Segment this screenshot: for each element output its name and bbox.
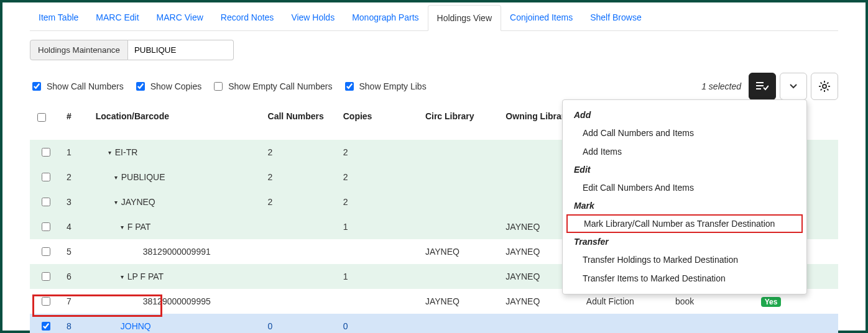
cell-copies: 2 bbox=[338, 140, 420, 165]
record-tabs: Item Table MARC Edit MARC View Record No… bbox=[30, 5, 838, 31]
cell-copies bbox=[338, 239, 420, 264]
cell-call-numbers: 2 bbox=[263, 140, 338, 165]
col-copies[interactable]: Copies bbox=[338, 106, 420, 140]
row-checkbox[interactable] bbox=[42, 198, 50, 206]
tab-item-table[interactable]: Item Table bbox=[30, 5, 87, 30]
action-add-call-numbers-items[interactable]: Add Call Numbers and Items bbox=[563, 124, 806, 142]
show-empty-libs-checkbox[interactable] bbox=[345, 82, 354, 91]
location-label: EI-TR bbox=[115, 147, 138, 157]
cell-call-numbers bbox=[263, 289, 338, 314]
settings-button[interactable] bbox=[811, 73, 838, 100]
chevron-down-icon bbox=[790, 84, 797, 89]
location-label[interactable]: JOHNQ bbox=[121, 321, 151, 331]
col-location[interactable]: Location/Barcode bbox=[91, 106, 263, 140]
tab-record-notes[interactable]: Record Notes bbox=[212, 5, 283, 30]
chevron-down-icon[interactable]: ▾ bbox=[121, 224, 124, 230]
cell-copies: 1 bbox=[338, 264, 420, 289]
options-row: Show Call Numbers Show Copies Show Empty… bbox=[30, 73, 838, 100]
dropdown-add-header: Add bbox=[563, 106, 806, 124]
row-number: 4 bbox=[62, 214, 91, 239]
svg-rect-2 bbox=[756, 88, 761, 89]
cell-circ-library bbox=[420, 264, 501, 289]
col-number[interactable]: # bbox=[62, 106, 91, 140]
grid-controls: 1 selected bbox=[701, 73, 838, 100]
show-call-numbers-checkbox[interactable] bbox=[32, 82, 41, 91]
cell-circ-library: JAYNEQ bbox=[420, 239, 501, 264]
svg-line-10 bbox=[827, 83, 828, 84]
location-label: LP F PAT bbox=[127, 271, 164, 281]
tab-marc-edit[interactable]: MARC Edit bbox=[87, 5, 147, 30]
tab-view-holds[interactable]: View Holds bbox=[282, 5, 343, 30]
cell-call-numbers: 2 bbox=[263, 165, 338, 189]
action-transfer-holdings[interactable]: Transfer Holdings to Marked Destination bbox=[563, 250, 806, 269]
show-empty-libs-text: Show Empty Libs bbox=[359, 81, 427, 91]
cell-holdable bbox=[756, 314, 838, 333]
cell-copies: 2 bbox=[338, 189, 420, 214]
highlight-selected-row bbox=[32, 294, 162, 317]
action-add-items[interactable]: Add Items bbox=[563, 142, 806, 161]
cell-circ-library bbox=[420, 140, 501, 165]
row-checkbox[interactable] bbox=[42, 148, 50, 157]
svg-point-3 bbox=[823, 84, 826, 88]
tab-conjoined-items[interactable]: Conjoined Items bbox=[501, 5, 581, 30]
col-call-numbers[interactable]: Call Numbers bbox=[263, 106, 338, 140]
location-label: F PAT bbox=[127, 222, 151, 232]
cell-copies bbox=[338, 289, 420, 314]
chevron-down-icon[interactable]: ▾ bbox=[108, 149, 111, 156]
location-label: 38129000009991 bbox=[143, 247, 211, 257]
row-checkbox[interactable] bbox=[42, 322, 50, 331]
tab-shelf-browse[interactable]: Shelf Browse bbox=[581, 5, 650, 30]
show-empty-call-numbers-text: Show Empty Call Numbers bbox=[228, 81, 332, 91]
chevron-down-icon[interactable]: ▾ bbox=[114, 199, 118, 206]
cell-shelving-location bbox=[581, 314, 670, 333]
show-copies-checkbox[interactable] bbox=[136, 82, 145, 91]
list-check-icon bbox=[756, 82, 769, 91]
show-empty-call-numbers-checkbox[interactable] bbox=[214, 82, 223, 91]
tab-holdings-view[interactable]: Holdings View bbox=[428, 5, 501, 31]
location-input[interactable] bbox=[128, 40, 234, 60]
cell-copies: 2 bbox=[338, 165, 420, 189]
cell-circulation-modifier bbox=[670, 314, 756, 333]
toolbar: Holdings Maintenance bbox=[30, 40, 838, 60]
dropdown-toggle-button[interactable] bbox=[780, 73, 807, 100]
dropdown-transfer-header: Transfer bbox=[563, 233, 806, 250]
dropdown-mark-header: Mark bbox=[563, 197, 806, 214]
holdings-maintenance-button[interactable]: Holdings Maintenance bbox=[30, 40, 128, 60]
cell-call-numbers bbox=[263, 239, 338, 264]
row-checkbox[interactable] bbox=[42, 272, 50, 281]
action-transfer-items[interactable]: Transfer Items to Marked Destination bbox=[563, 269, 806, 288]
row-checkbox[interactable] bbox=[42, 247, 50, 256]
select-all-checkbox[interactable] bbox=[37, 113, 46, 122]
svg-line-9 bbox=[827, 89, 828, 90]
show-empty-call-numbers-label[interactable]: Show Empty Call Numbers bbox=[211, 80, 332, 93]
svg-rect-1 bbox=[756, 85, 764, 86]
show-copies-text: Show Copies bbox=[150, 81, 202, 91]
view-options: Show Call Numbers Show Copies Show Empty… bbox=[30, 80, 434, 93]
cell-circ-library bbox=[420, 214, 501, 239]
location-label: JAYNEQ bbox=[121, 197, 155, 207]
row-number: 6 bbox=[62, 264, 91, 289]
row-checkbox[interactable] bbox=[42, 222, 50, 231]
chevron-down-icon[interactable]: ▾ bbox=[114, 174, 118, 181]
row-checkbox[interactable] bbox=[42, 173, 50, 181]
show-call-numbers-text: Show Call Numbers bbox=[47, 81, 124, 91]
show-call-numbers-label[interactable]: Show Call Numbers bbox=[30, 80, 124, 93]
svg-line-11 bbox=[821, 89, 822, 90]
row-number: 3 bbox=[62, 189, 91, 214]
col-circ-library[interactable]: Circ Library bbox=[420, 106, 501, 140]
svg-line-8 bbox=[821, 83, 822, 84]
tab-monograph-parts[interactable]: Monograph Parts bbox=[343, 5, 427, 30]
action-edit-call-numbers-items[interactable]: Edit Call Numbers And Items bbox=[563, 178, 806, 197]
cell-circ-library bbox=[420, 165, 501, 189]
chevron-down-icon[interactable]: ▾ bbox=[121, 273, 124, 280]
action-mark-transfer-destination[interactable]: Mark Library/Call Number as Transfer Des… bbox=[566, 214, 803, 233]
tab-marc-view[interactable]: MARC View bbox=[148, 5, 212, 30]
show-copies-label[interactable]: Show Copies bbox=[134, 80, 202, 93]
cell-copies: 0 bbox=[338, 314, 420, 333]
show-empty-libs-label[interactable]: Show Empty Libs bbox=[343, 80, 427, 93]
dropdown-edit-header: Edit bbox=[563, 161, 806, 178]
cell-call-numbers bbox=[263, 214, 338, 239]
location-label: PUBLIQUE bbox=[121, 172, 165, 182]
actions-menu-button[interactable] bbox=[749, 73, 776, 100]
cell-circ-library bbox=[420, 189, 501, 214]
